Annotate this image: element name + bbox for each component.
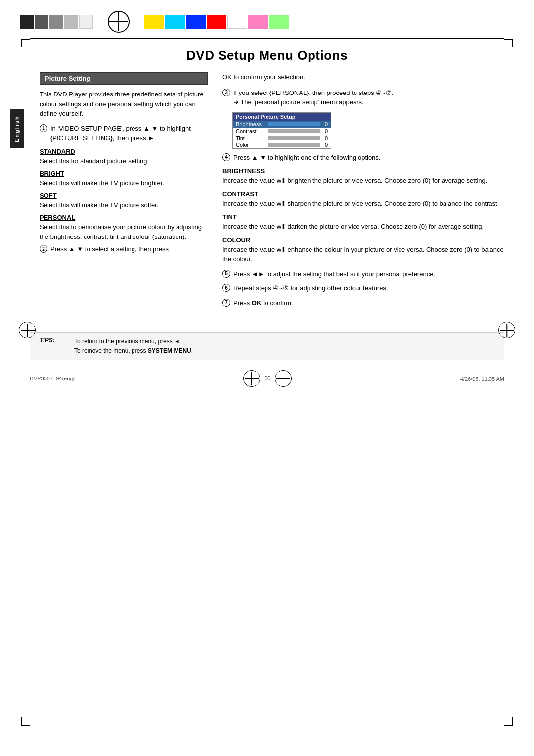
step-1: 1 In 'VIDEO SETUP PAGE', press ▲ ▼ to hi… (40, 124, 208, 143)
step-7-num: 7 (222, 299, 230, 307)
left-column: Picture Setting This DVD Player provides… (40, 72, 208, 313)
intro-text: This DVD Player provides three predefine… (40, 90, 208, 119)
step-7: 7 Press OK to confirm. (222, 298, 504, 308)
step-3-num: 3 (222, 89, 230, 96)
footer-center: 30 (264, 375, 270, 382)
pps-label-color: Color (236, 142, 268, 148)
step-6: 6 Repeat steps ④~⑤ for adjusting other c… (222, 284, 504, 293)
color-lightgreen (269, 15, 289, 29)
bright-section: BRIGHT Select this will make the TV pict… (40, 170, 208, 188)
pps-bar-contrast (268, 129, 320, 133)
tint-section: TINT Increase the value will darken the … (222, 213, 504, 232)
standard-section: STANDARD Select this for standard pictur… (40, 148, 208, 166)
corner-mark-br (504, 717, 513, 726)
pps-bar-fill-contrast (268, 129, 320, 133)
tips-box: TIPS: To return to the previous menu, pr… (30, 332, 504, 360)
footer-left: DVP3007_94(eng) (30, 376, 75, 381)
sidebar-language-label: English (10, 109, 24, 148)
pps-label-tint: Tint (236, 135, 268, 141)
brightness-section: BRIGHTNESS Increase the value will brigh… (222, 167, 504, 186)
step-2-num: 2 (40, 245, 47, 253)
bottom-crosshair-2 (275, 370, 292, 387)
pps-rows: Brightness 0 Contrast 0 Ti (233, 121, 331, 148)
color-white (79, 15, 93, 29)
step-7-ok: OK (252, 299, 262, 307)
color-pink (248, 15, 268, 29)
contrast-heading: CONTRAST (222, 190, 504, 198)
color-red (207, 15, 226, 29)
step-3-content: If you select {PERSONAL}, then proceed t… (233, 88, 394, 107)
colour-section: COLOUR Increase the value will enhance t… (222, 236, 504, 264)
page-title: DVD Setup Menu Options (30, 48, 504, 63)
step-5-num: 5 (222, 270, 230, 278)
pps-row-tint: Tint 0 (233, 135, 331, 142)
brightness-text: Increase the value will brighten the pic… (222, 176, 504, 186)
color-blocks-right (144, 15, 289, 29)
colour-text: Increase the value will enhance the colo… (222, 245, 504, 264)
pps-bar-fill-brightness (268, 122, 320, 126)
footer-right: 4/26/05, 11:05 AM (460, 376, 504, 382)
tips-line2-suffix: . (191, 347, 193, 354)
tips-line2: To remove the menu, press SYSTEM MENU. (74, 346, 193, 356)
brightness-heading: BRIGHTNESS (222, 167, 504, 175)
color-darkgray (35, 15, 48, 29)
tips-label: TIPS: (40, 337, 64, 344)
pps-val-tint: 0 (320, 135, 328, 141)
bw-color-blocks (20, 15, 93, 29)
tips-content: To return to the previous menu, press ◄ … (74, 337, 193, 356)
corner-mark-bl (21, 717, 30, 726)
standard-text: Select this for standard picture setting… (40, 156, 208, 166)
tint-text: Increase the value will darken the pictu… (222, 222, 504, 232)
personal-text: Select this to personalise your picture … (40, 222, 208, 241)
soft-text: Select this will make the TV picture sof… (40, 200, 208, 210)
step-3-steps: ④~⑦ (376, 89, 392, 96)
corner-mark-tr (504, 39, 513, 47)
step2-continued: OK to confirm your selection. (222, 72, 504, 82)
contrast-text: Increase the value will sharpen the pict… (222, 199, 504, 209)
pps-bar-color (268, 143, 320, 147)
pps-val-color: 0 (320, 142, 328, 148)
step-5: 5 Press ◄► to adjust the setting that be… (222, 269, 504, 279)
section-header-picture-setting: Picture Setting (40, 72, 208, 85)
left-crosshair (19, 322, 36, 338)
step-6-text: Repeat steps ④~⑤ for adjusting other col… (233, 284, 388, 293)
tint-heading: TINT (222, 213, 504, 221)
personal-heading: PERSONAL (40, 214, 208, 221)
color-blue (186, 15, 206, 29)
colour-heading: COLOUR (222, 236, 504, 244)
content-area: Picture Setting This DVD Player provides… (30, 72, 504, 313)
right-column: OK to confirm your selection. 3 If you s… (222, 72, 504, 313)
color-black (20, 15, 34, 29)
tips-line2-prefix: To remove the menu, press (74, 347, 148, 354)
bottom-crosshair (243, 370, 260, 387)
step-3: 3 If you select {PERSONAL}, then proceed… (222, 88, 504, 107)
pps-row-color: Color 0 (233, 142, 331, 148)
step-4: 4 Press ▲ ▼ to highlight one of the foll… (222, 153, 504, 163)
contrast-section: CONTRAST Increase the value will sharpen… (222, 190, 504, 209)
color-cyan (165, 15, 185, 29)
step-1-text: In 'VIDEO SETUP PAGE', press ▲ ▼ to high… (50, 124, 208, 143)
top-color-bar (0, 0, 534, 35)
tips-line1: To return to the previous menu, press ◄ (74, 337, 193, 346)
pps-bar-fill-tint (268, 136, 320, 140)
step-6-num: 6 (222, 284, 230, 292)
top-divider (30, 38, 504, 39)
color-yellow (144, 15, 164, 29)
top-crosshair (108, 11, 130, 33)
soft-heading: SOFT (40, 192, 208, 199)
right-crosshair (498, 322, 515, 338)
pps-bar-brightness (268, 122, 320, 126)
pps-bar-tint (268, 136, 320, 140)
step-4-num: 4 (222, 153, 230, 161)
step-4-text: Press ▲ ▼ to highlight one of the follow… (233, 153, 380, 163)
step-2-text: Press ▲ ▼ to select a setting, then pres… (50, 244, 169, 254)
standard-heading: STANDARD (40, 148, 208, 155)
pps-row-contrast: Contrast 0 (233, 128, 331, 135)
corner-mark-tl (21, 39, 30, 47)
personal-section: PERSONAL Select this to personalise your… (40, 214, 208, 241)
soft-section: SOFT Select this will make the TV pictur… (40, 192, 208, 210)
color-lightgray (64, 15, 78, 29)
step-3-arrow: ➜ The 'personal picture setup' menu appe… (233, 98, 364, 106)
tips-line2-bold: SYSTEM MENU (148, 347, 191, 354)
step-2: 2 Press ▲ ▼ to select a setting, then pr… (40, 244, 208, 254)
